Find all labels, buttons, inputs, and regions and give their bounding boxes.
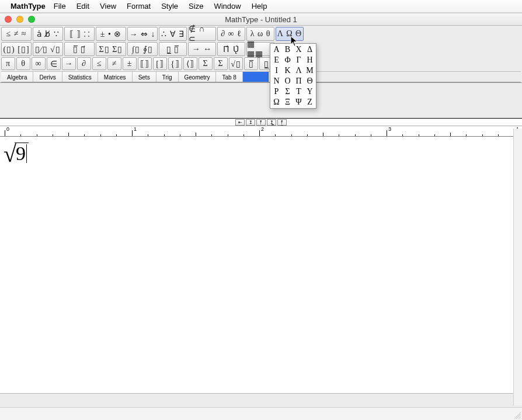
palette-relations[interactable]: ≤ ≠ ≈ — [1, 27, 32, 41]
ruler-label: 3 — [388, 126, 391, 132]
slot-neq[interactable]: ≠ — [107, 57, 121, 70]
greek-Gamma[interactable]: Γ — [293, 55, 304, 65]
greek-Sigma[interactable]: Σ — [282, 86, 293, 97]
tab-9-selected[interactable] — [243, 72, 269, 82]
slot-fence2[interactable]: [⟧ — [153, 57, 167, 70]
greek-Rho[interactable]: Ρ — [271, 86, 282, 97]
ruler-label: 1 — [134, 126, 137, 132]
menu-view[interactable]: View — [100, 2, 116, 11]
template-labeled-arrows[interactable]: → ↔ — [188, 42, 216, 56]
slot-vec1[interactable]: ▯̅ — [244, 57, 258, 70]
equation-canvas[interactable]: √ 9 — [0, 137, 522, 394]
toolbar-tab-bar: Algebra Derivs Statistics Matrices Sets … — [1, 71, 521, 82]
radicand[interactable]: 9 — [15, 143, 29, 164]
toolbar-row-2: (▯) [▯] ▯⁄▯ √▯ ▯̅ ▯⃗ Σ▯ Σ▯ ∫▯ ∮▯ ▯̲ ▯̅ →… — [1, 42, 521, 56]
palette-arrows[interactable]: → ⇔ ↓ — [127, 27, 158, 41]
greek-Lambda[interactable]: Λ — [293, 65, 304, 76]
ruler[interactable]: 01234 — [0, 126, 522, 136]
app-name[interactable]: MathType — [11, 2, 46, 11]
vertical-scrollbar[interactable] — [513, 129, 522, 405]
greek-Epsilon[interactable]: Ε — [271, 55, 282, 65]
palette-embellish[interactable]: ⟦ ⟧ ⸬ — [64, 27, 95, 41]
slot-partial[interactable]: ∂ — [77, 57, 91, 70]
greek-Zeta[interactable]: Ζ — [304, 97, 315, 107]
palette-set-theory[interactable]: ∉ ∩ ⊂ — [188, 27, 216, 41]
slot-fence4[interactable]: ⟨⟧ — [183, 57, 197, 70]
window-title: MathType - Untitled 1 — [225, 15, 297, 24]
slot-sqrt[interactable]: √▯ — [229, 57, 243, 70]
template-fractions[interactable]: ▯⁄▯ √▯ — [33, 42, 63, 56]
menu-format[interactable]: Format — [127, 2, 151, 11]
status-bar — [0, 407, 522, 420]
slot-element[interactable]: ∈ — [47, 57, 61, 70]
template-underover[interactable]: ▯̲ ▯̅ — [159, 42, 187, 56]
slot-fence1[interactable]: ⟦⟧ — [138, 57, 152, 70]
greek-Delta[interactable]: Δ — [304, 44, 315, 55]
palette-logic[interactable]: ∴ ∀ ∃ — [159, 27, 187, 41]
tab-sets[interactable]: Sets — [133, 72, 156, 82]
template-products[interactable]: Π̂ Ų̂ — [217, 42, 245, 56]
greek-Mu[interactable]: Μ — [304, 65, 315, 76]
template-fences[interactable]: (▯) [▯] — [1, 42, 32, 56]
greek-Eta[interactable]: Η — [304, 55, 315, 65]
menu-size[interactable]: Size — [189, 2, 203, 11]
template-integrals[interactable]: ∫▯ ∮▯ — [127, 42, 158, 56]
greek-Phi[interactable]: Φ — [282, 55, 293, 65]
greek-Omega[interactable]: Ω — [271, 97, 282, 107]
palette-spaces[interactable]: ȧ b̸ ∵ — [33, 27, 63, 41]
greek-Iota[interactable]: Ι — [271, 65, 282, 76]
greek-Chi[interactable]: Χ — [293, 44, 304, 55]
ruler-label: 0 — [6, 126, 9, 132]
palette-greek-upper[interactable]: Λ Ω Θ — [276, 27, 304, 41]
macos-menubar: MathType File Edit View Format Style Siz… — [0, 0, 522, 13]
slot-sum1[interactable]: Σ — [199, 57, 213, 70]
greek-Nu[interactable]: Ν — [271, 76, 282, 86]
menu-help[interactable]: Help — [252, 2, 267, 11]
menu-edit[interactable]: Edit — [76, 2, 89, 11]
close-window-button[interactable] — [5, 16, 12, 23]
zoom-window-button[interactable] — [28, 16, 35, 23]
slot-infinity[interactable]: ∞ — [32, 57, 46, 70]
equation: √ 9 — [4, 143, 29, 164]
slot-pi[interactable]: π — [1, 57, 15, 70]
greek-uppercase-popup: Α Β Χ Δ Ε Φ Γ Η Ι Κ Λ Μ Ν Ο Π Θ Ρ Σ Τ Υ … — [270, 43, 316, 109]
palette-operators[interactable]: ± • ⊗ — [96, 27, 126, 41]
slot-pm[interactable]: ± — [123, 57, 137, 70]
tab-statistics[interactable]: Statistics — [62, 72, 98, 82]
tab-trig[interactable]: Trig — [156, 72, 179, 82]
template-overbar[interactable]: ▯̅ ▯⃗ — [64, 42, 95, 56]
slot-theta[interactable]: θ — [16, 57, 30, 70]
tab-geometry[interactable]: Geometry — [179, 72, 217, 82]
greek-Theta[interactable]: Θ — [304, 76, 315, 86]
menu-window[interactable]: Window — [214, 2, 241, 11]
greek-Kappa[interactable]: Κ — [282, 65, 293, 76]
template-sums[interactable]: Σ▯ Σ▯ — [96, 42, 126, 56]
greek-Pi[interactable]: Π — [293, 76, 304, 86]
menu-file[interactable]: File — [54, 2, 66, 11]
ruler-label: 2 — [261, 126, 264, 132]
tab-derivs[interactable]: Derivs — [33, 72, 62, 82]
tab-8[interactable]: Tab 8 — [216, 72, 242, 82]
slot-arrow[interactable]: → — [62, 57, 76, 70]
tabstop-bar[interactable]: ⭱̲ — [277, 119, 287, 126]
resize-grip-icon[interactable] — [514, 412, 521, 419]
slot-fence3[interactable]: {⟧ — [168, 57, 182, 70]
tabstop-decimal[interactable]: ↥̲ — [267, 119, 276, 126]
greek-Beta[interactable]: Β — [282, 44, 293, 55]
greek-Xi[interactable]: Ξ — [282, 97, 293, 107]
palette-misc[interactable]: ∂ ∞ ℓ — [217, 27, 245, 41]
greek-Psi[interactable]: Ψ — [293, 97, 304, 107]
greek-Upsilon[interactable]: Υ — [304, 86, 315, 97]
tabstop-left[interactable]: ⇤ — [235, 119, 245, 126]
slot-leq[interactable]: ≤ — [92, 57, 106, 70]
menu-style[interactable]: Style — [161, 2, 178, 11]
tab-algebra[interactable]: Algebra — [1, 72, 33, 82]
tabstop-right[interactable]: ⭱ — [256, 119, 266, 126]
tabstop-center[interactable]: ↥ — [246, 119, 255, 126]
tab-matrices[interactable]: Matrices — [98, 72, 133, 82]
slot-sum2[interactable]: Σ — [214, 57, 228, 70]
greek-Alpha[interactable]: Α — [271, 44, 282, 55]
greek-Omicron[interactable]: Ο — [282, 76, 293, 86]
minimize-window-button[interactable] — [16, 16, 23, 23]
greek-Tau[interactable]: Τ — [293, 86, 304, 97]
